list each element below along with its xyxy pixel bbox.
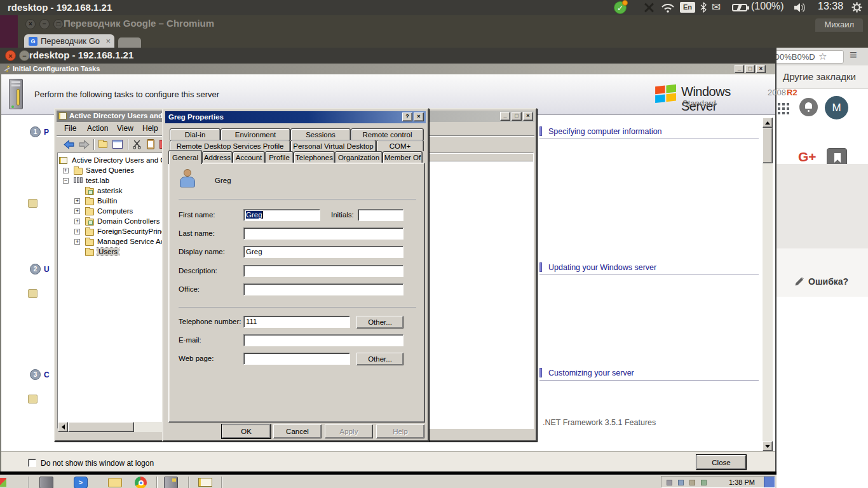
help-link-customizing[interactable]: Customizing your server xyxy=(548,369,634,377)
battery-icon[interactable] xyxy=(732,4,747,11)
scroll-down-button[interactable] xyxy=(763,441,773,451)
tab-account[interactable]: Account xyxy=(233,151,265,163)
rdesktop-titlebar[interactable]: × − rdesktop - 192.168.1.21 xyxy=(0,48,776,64)
tab-profile[interactable]: Profile xyxy=(265,151,294,163)
tab-close-icon[interactable]: × xyxy=(105,36,111,46)
menu-view[interactable]: View xyxy=(117,124,133,133)
clock[interactable]: 13:38 xyxy=(818,1,843,12)
logon-checkbox-label[interactable]: Do not show this window at logon xyxy=(41,459,154,468)
ict-titlebar[interactable]: Initial Configuration Tasks _ □ × xyxy=(1,64,775,74)
account-avatar[interactable]: M xyxy=(825,96,848,119)
expand-icon[interactable]: + xyxy=(74,219,80,224)
dialog-help-button[interactable]: ? xyxy=(402,112,412,121)
menu-help[interactable]: Help xyxy=(142,124,158,133)
dialog-close-button[interactable]: × xyxy=(414,112,424,121)
ad-close-button[interactable]: × xyxy=(523,112,533,121)
tab-environment[interactable]: Environment xyxy=(220,128,290,140)
menu-action[interactable]: Action xyxy=(87,124,108,133)
telephone-field[interactable]: 111 xyxy=(243,316,350,328)
taskbar-ad-icon[interactable] xyxy=(198,478,212,487)
scroll-thumb[interactable] xyxy=(763,128,773,163)
expand-icon[interactable]: + xyxy=(74,229,80,234)
app-indicator-icon[interactable] xyxy=(644,3,654,13)
first-name-field[interactable]: Greg xyxy=(243,209,320,221)
notifications-bell-icon[interactable] xyxy=(799,98,818,116)
taskbar-powershell-icon[interactable]: > xyxy=(74,477,88,488)
gplus-icon[interactable]: G+ xyxy=(798,149,817,165)
help-link-updating[interactable]: Updating your Windows server xyxy=(548,263,656,272)
cancel-button[interactable]: Cancel xyxy=(273,424,322,438)
mail-icon[interactable]: ✉ xyxy=(712,1,721,14)
tray-icon[interactable] xyxy=(701,480,707,485)
taskbar-server-icon[interactable] xyxy=(39,477,53,488)
tree-item-root[interactable]: Active Directory Users and Co xyxy=(72,156,170,164)
chromium-minimize-button[interactable]: − xyxy=(39,19,50,29)
keyboard-layout-indicator[interactable]: En xyxy=(680,2,695,13)
tab-dial-in[interactable]: Dial-in xyxy=(170,128,220,140)
expand-icon[interactable]: + xyxy=(74,198,80,204)
wifi-icon[interactable] xyxy=(661,3,675,13)
taskbar-clock[interactable]: 1:38 PM xyxy=(729,478,755,486)
tab-com-plus[interactable]: COM+ xyxy=(376,140,424,151)
chromium-maximize-button[interactable]: □ xyxy=(53,19,64,29)
taskbar-folder-icon[interactable] xyxy=(108,478,122,487)
cut-icon[interactable] xyxy=(132,140,142,149)
expand-icon[interactable]: + xyxy=(63,168,69,173)
office-field[interactable] xyxy=(243,283,403,295)
tab-general-active[interactable]: General xyxy=(168,150,202,164)
volume-icon[interactable] xyxy=(794,3,806,13)
start-button-clipped[interactable] xyxy=(0,478,6,487)
ict-restore-button[interactable]: □ xyxy=(745,65,755,73)
tree-hscrollbar[interactable] xyxy=(58,422,166,432)
google-apps-grid-icon[interactable] xyxy=(778,103,780,105)
ict-close-button[interactable]: × xyxy=(756,65,766,73)
ok-button[interactable]: OK xyxy=(222,424,271,438)
paste-icon[interactable] xyxy=(147,139,154,149)
bookmark-star-icon[interactable]: ☆ xyxy=(818,51,827,62)
chromium-active-tab[interactable]: G Переводчик Go × xyxy=(24,34,114,48)
tree-item-users[interactable]: Users xyxy=(97,248,119,255)
ict-minimize-button[interactable]: _ xyxy=(735,65,744,73)
other-bookmarks-label[interactable]: Другие закладки xyxy=(783,71,856,82)
tray-icon[interactable] xyxy=(667,480,672,485)
tab-remote-control[interactable]: Remote control xyxy=(351,128,424,140)
menu-hamburger-icon[interactable]: ≡ xyxy=(850,48,857,62)
tree-item-builtin[interactable]: Builtin xyxy=(97,197,117,205)
initials-field[interactable] xyxy=(358,209,403,221)
chromium-profile-button[interactable]: Михаил xyxy=(815,18,863,32)
help-link-specifying[interactable]: Specifying computer information xyxy=(548,127,662,136)
tab-personal-virtual-desktop[interactable]: Personal Virtual Desktop xyxy=(290,140,376,151)
ad-maximize-button[interactable]: □ xyxy=(512,112,522,121)
description-field[interactable] xyxy=(243,265,403,277)
logon-checkbox[interactable] xyxy=(28,459,36,467)
tray-icon[interactable] xyxy=(678,480,684,485)
taskbar-server-manager-icon[interactable] xyxy=(164,477,178,488)
tree-item-computers[interactable]: Computers xyxy=(97,207,133,215)
windows-taskbar[interactable]: > 1:38 PM xyxy=(0,475,776,488)
rdesktop-minimize-button[interactable]: − xyxy=(19,50,30,61)
tree-item-saved-queries[interactable]: Saved Queries xyxy=(86,166,134,174)
bluetooth-icon[interactable] xyxy=(700,2,707,13)
scroll-up-button[interactable] xyxy=(763,118,773,128)
tab-member-of[interactable]: Member Of xyxy=(383,151,423,163)
web-page-field[interactable] xyxy=(243,353,350,365)
tree-item-managed-service[interactable]: Managed Service Acco xyxy=(97,238,172,245)
tab-organization[interactable]: Organization xyxy=(335,151,383,163)
collapse-icon[interactable]: − xyxy=(63,178,69,184)
expand-icon[interactable]: + xyxy=(74,239,80,245)
scroll-thumb[interactable] xyxy=(68,422,134,432)
display-name-field[interactable]: Greg xyxy=(243,246,403,258)
web-page-other-button[interactable]: Other... xyxy=(356,353,403,365)
error-link[interactable]: Ошибка? xyxy=(808,276,848,287)
ict-close-button[interactable]: Close xyxy=(696,455,746,470)
telephone-other-button[interactable]: Other... xyxy=(356,316,403,329)
chromium-background-tab[interactable] xyxy=(118,37,141,48)
dialog-titlebar[interactable]: Greg Properties ? × xyxy=(165,111,426,123)
chromium-close-button[interactable]: × xyxy=(25,19,36,29)
tab-address[interactable]: Address xyxy=(202,151,233,163)
tray-icon[interactable] xyxy=(689,480,695,485)
forward-arrow-icon[interactable] xyxy=(78,140,90,149)
email-field[interactable] xyxy=(243,334,403,346)
folder-up-icon[interactable] xyxy=(98,141,107,148)
show-desktop-button[interactable] xyxy=(764,477,775,487)
